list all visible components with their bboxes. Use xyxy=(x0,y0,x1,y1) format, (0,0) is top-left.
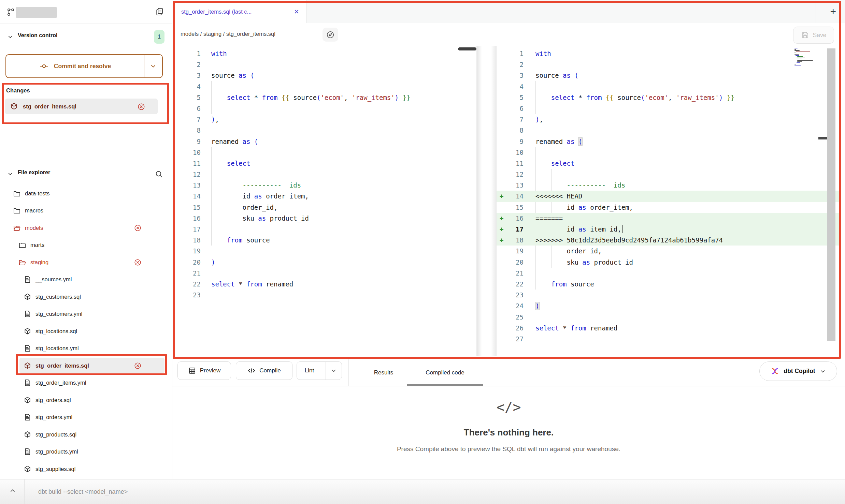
code-line[interactable]: 4 xyxy=(497,81,841,92)
copy-icon[interactable] xyxy=(155,7,164,16)
code-line[interactable]: 17 xyxy=(172,224,476,235)
file-tree-item-models[interactable]: models xyxy=(0,219,172,237)
code-line[interactable]: 7), xyxy=(497,114,841,125)
version-control-header[interactable]: Version control 1 xyxy=(0,30,172,44)
editor-pane-left[interactable]: 1with23source as (45 select * from {{ so… xyxy=(172,46,477,356)
code-line[interactable]: 3source as ( xyxy=(172,70,476,81)
git-branch-icon[interactable] xyxy=(6,8,15,17)
revert-x-icon[interactable] xyxy=(137,103,145,111)
preview-button[interactable]: Preview xyxy=(177,361,231,380)
code-line[interactable]: 5 select * from {{ source('ecom', 'raw_i… xyxy=(172,92,476,103)
file-tree-item-stg-orders-yml[interactable]: stg_orders.yml xyxy=(0,409,172,426)
file-tree-item-stg-supplies-sql[interactable]: stg_supplies.sql xyxy=(0,460,172,478)
close-icon[interactable]: ✕ xyxy=(294,8,299,16)
file-tree-item-stg-orders-sql[interactable]: stg_orders.sql xyxy=(0,391,172,409)
lint-button[interactable]: Lint xyxy=(297,361,342,380)
commit-and-resolve-main[interactable]: Commit and resolve xyxy=(6,55,144,77)
changed-file-row[interactable]: stg_order_items.sql xyxy=(5,99,158,114)
code-line[interactable]: 22 from source xyxy=(497,279,841,290)
code-line[interactable]: +16======= xyxy=(497,213,841,224)
code-line[interactable]: 8 xyxy=(172,125,476,136)
code-line[interactable]: 1with xyxy=(497,48,841,59)
code-line[interactable]: 3source as ( xyxy=(497,70,841,81)
revert-x-icon[interactable] xyxy=(134,224,142,232)
file-tree-item-stg-customers-sql[interactable]: stg_customers.sql xyxy=(0,288,172,306)
lint-label[interactable]: Lint xyxy=(297,367,322,374)
save-button[interactable]: Save xyxy=(793,27,834,44)
file-tree-item-marts[interactable]: marts xyxy=(0,237,172,254)
left-pane-scrollbar-thumb[interactable] xyxy=(458,47,476,50)
code-line[interactable]: 14 id as order_item, xyxy=(172,191,476,202)
code-line[interactable]: 18 from source xyxy=(172,235,476,246)
code-line[interactable]: 10 xyxy=(172,147,476,158)
editor-scrollbar-track[interactable] xyxy=(827,48,835,341)
new-tab-icon[interactable]: + xyxy=(830,5,836,18)
code-line[interactable]: 26select * from renamed xyxy=(497,323,841,333)
code-line[interactable]: 25 xyxy=(497,312,841,323)
code-line[interactable]: 24) xyxy=(497,300,841,311)
search-icon[interactable] xyxy=(155,170,163,178)
code-line[interactable]: 1with xyxy=(172,48,476,59)
minimap[interactable] xyxy=(794,48,816,66)
code-line[interactable]: +14<<<<<<< HEAD xyxy=(497,191,841,202)
code-line[interactable]: 19 xyxy=(172,246,476,256)
code-line[interactable]: 15 id as order_item, xyxy=(497,202,841,213)
code-line[interactable]: 27 xyxy=(497,333,841,344)
code-line[interactable]: 13 ---------- ids xyxy=(172,180,476,191)
code-line[interactable]: 21 xyxy=(497,268,841,279)
code-line[interactable]: 23 xyxy=(497,290,841,300)
revert-x-icon[interactable] xyxy=(134,362,142,370)
file-tree-item-data-tests[interactable]: data-tests xyxy=(0,185,172,202)
code-line[interactable]: 20) xyxy=(172,257,476,268)
commit-and-resolve-button[interactable]: Commit and resolve xyxy=(5,54,163,78)
file-tree-item-stg-order-items-yml[interactable]: stg_order_items.yml xyxy=(0,374,172,392)
code-line[interactable]: +18>>>>>>> 58c1dd23d5eebd9cd2495fa7124ab… xyxy=(497,235,841,246)
code-line[interactable]: 7), xyxy=(172,114,476,125)
file-explorer-header[interactable]: File explorer xyxy=(0,167,172,181)
file-tree-item-stg-locations-yml[interactable]: stg_locations.yml xyxy=(0,340,172,357)
file-tree-item-stg-products-yml[interactable]: stg_products.yml xyxy=(0,443,172,461)
revert-x-icon[interactable] xyxy=(134,258,142,266)
code-line[interactable]: 11 select xyxy=(172,158,476,169)
code-line[interactable]: 19 order_id, xyxy=(497,246,841,256)
code-line[interactable]: 9renamed as ( xyxy=(172,136,476,147)
code-line[interactable]: 11 select xyxy=(497,158,841,169)
code-line[interactable]: 6 xyxy=(172,103,476,114)
lineage-button[interactable] xyxy=(323,28,338,42)
file-tree-item-macros[interactable]: macros xyxy=(0,202,172,220)
code-line[interactable]: 9renamed as ( xyxy=(497,136,841,147)
code-line[interactable]: 2 xyxy=(497,59,841,70)
commit-options-dropdown[interactable] xyxy=(144,55,162,77)
file-tree-item-stg-products-sql[interactable]: stg_products.sql xyxy=(0,426,172,443)
file-tree-item-stg-locations-sql[interactable]: stg_locations.sql xyxy=(0,323,172,340)
file-tree-item--sources-yml[interactable]: __sources.yml xyxy=(0,271,172,288)
editor-scrollbar-thumb[interactable] xyxy=(818,137,827,139)
code-line[interactable]: 12 xyxy=(497,169,841,180)
file-tree-item-stg-order-items-sql[interactable]: stg_order_items.sql xyxy=(0,357,172,374)
expand-panel-icon[interactable] xyxy=(9,487,16,494)
code-line[interactable]: +17 id as item_id, xyxy=(497,224,841,235)
editor-pane-right[interactable]: 1with23source as (45 select * from {{ so… xyxy=(497,46,841,356)
tab-results[interactable]: Results xyxy=(370,359,398,386)
lint-options-dropdown[interactable] xyxy=(326,362,342,380)
code-line[interactable]: 22select * from renamed xyxy=(172,279,476,290)
file-tree-item-stg-customers-yml[interactable]: stg_customers.yml xyxy=(0,306,172,323)
code-line[interactable]: 10 xyxy=(497,147,841,158)
tab-compiled-code[interactable]: Compiled code xyxy=(411,359,479,386)
code-line[interactable]: 2 xyxy=(172,59,476,70)
code-line[interactable]: 8 xyxy=(497,125,841,136)
code-line[interactable]: 15 order_id, xyxy=(172,202,476,213)
file-tree-item-staging[interactable]: staging xyxy=(0,254,172,271)
code-line[interactable]: 21 xyxy=(172,268,476,279)
code-line[interactable]: 5 select * from {{ source('ecom', 'raw_i… xyxy=(497,92,841,103)
tab-stg-order-items[interactable]: stg_order_items.sql (last c... ✕ xyxy=(172,0,306,23)
dbt-copilot-button[interactable]: dbt Copilot xyxy=(759,361,837,381)
code-line[interactable]: 13 ---------- ids xyxy=(497,180,841,191)
code-line[interactable]: 6 xyxy=(497,103,841,114)
code-line[interactable]: 12 xyxy=(172,169,476,180)
code-line[interactable]: 23 xyxy=(172,290,476,300)
command-input[interactable] xyxy=(27,479,586,504)
code-line[interactable]: 16 sku as product_id xyxy=(172,213,476,224)
code-line[interactable]: 20 sku as product_id xyxy=(497,257,841,268)
code-line[interactable]: 4 xyxy=(172,81,476,92)
